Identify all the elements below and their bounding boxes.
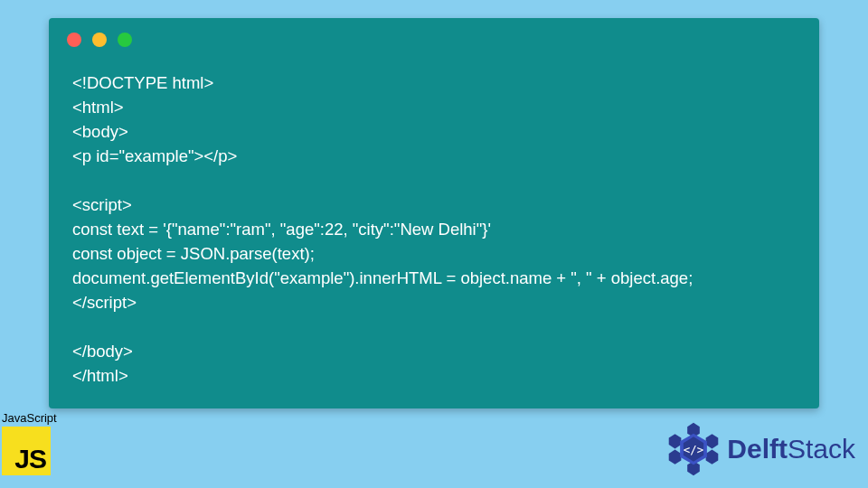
svg-marker-5 [669, 450, 682, 465]
badge-label: JavaScript [2, 411, 57, 425]
close-icon [67, 33, 81, 47]
brand-logo-block: </> DelftStack [665, 421, 855, 477]
brand-prefix: Delft [727, 434, 788, 464]
brand-gear-icon: </> [665, 421, 722, 477]
javascript-badge: JavaScript JS [2, 411, 57, 475]
brand-suffix: Stack [788, 434, 855, 464]
code-content: <!DOCTYPE html> <html> <body> <p id="exa… [72, 70, 796, 388]
javascript-icon: JS [2, 427, 51, 475]
svg-marker-2 [706, 434, 719, 448]
svg-marker-3 [669, 434, 682, 448]
badge-text: JS [14, 444, 46, 474]
maximize-icon [118, 33, 132, 47]
svg-text:</>: </> [684, 443, 703, 456]
window-traffic-lights [67, 33, 132, 47]
minimize-icon [92, 33, 107, 47]
code-window: <!DOCTYPE html> <html> <body> <p id="exa… [49, 18, 819, 408]
svg-marker-4 [706, 450, 719, 465]
brand-name: DelftStack [727, 434, 855, 465]
